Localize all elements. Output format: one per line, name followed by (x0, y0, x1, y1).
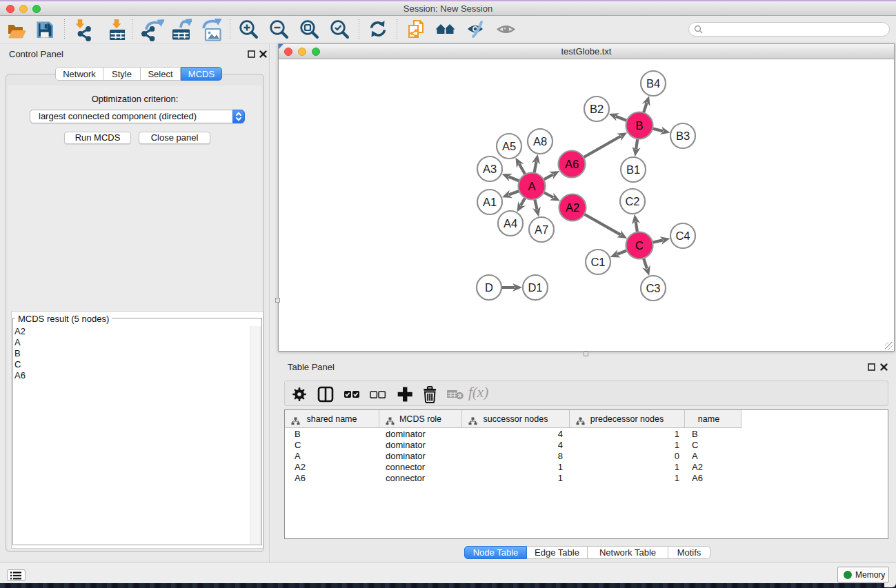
svg-text:B2: B2 (590, 103, 604, 115)
svg-text:A1: A1 (483, 196, 497, 208)
svg-text:C1: C1 (590, 256, 605, 268)
svg-text:B4: B4 (646, 77, 660, 90)
svg-text:A4: A4 (504, 217, 517, 230)
svg-text:A8: A8 (533, 135, 547, 148)
svg-text:A3: A3 (483, 163, 497, 175)
svg-text:C4: C4 (675, 230, 690, 242)
svg-text:A7: A7 (535, 223, 548, 236)
svg-text:A2: A2 (566, 201, 579, 214)
svg-text:D1: D1 (528, 281, 542, 294)
svg-text:C: C (635, 239, 644, 252)
svg-text:A6: A6 (565, 158, 579, 170)
svg-text:A5: A5 (502, 140, 516, 152)
svg-text:A: A (528, 180, 535, 192)
svg-text:D: D (485, 281, 493, 294)
svg-text:C3: C3 (646, 282, 660, 294)
svg-text:B1: B1 (626, 163, 640, 176)
svg-text:B: B (635, 119, 643, 132)
svg-text:C2: C2 (625, 195, 639, 207)
svg-text:B3: B3 (676, 130, 690, 142)
